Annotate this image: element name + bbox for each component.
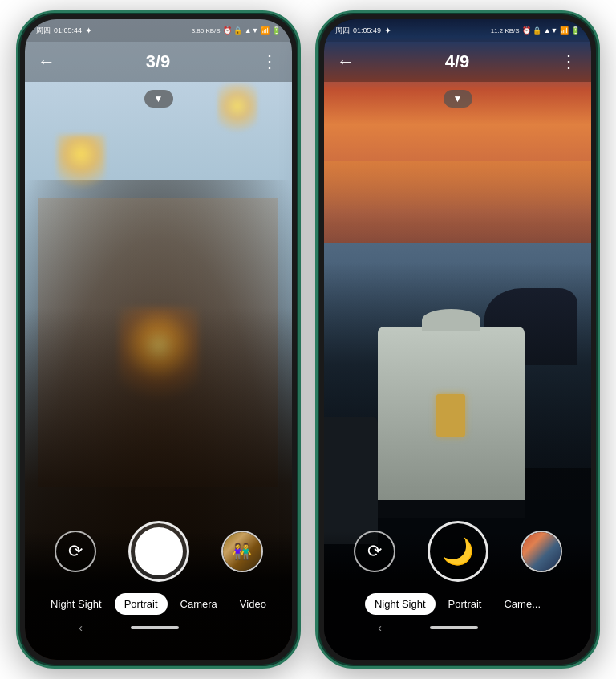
night-shutter-button[interactable]: 🌙 [428,521,488,582]
nav-back-gesture-left: ‹ [79,621,83,634]
tab-camera-right[interactable]: Came... [494,593,550,615]
chevron-button-right[interactable]: ▼ [444,90,472,108]
top-nav-left: ← 3/9 ⋮ [25,42,292,82]
status-day: 周四 [36,26,51,36]
status-battery: 🔋 [272,26,281,35]
phone-left-screen: 周四 01:05:44 ✦ 3.86 KB/S ⏰ 🔒 ▲▼ 📶 🔋 ← 3/9… [25,19,292,660]
status-right-right: 11.2 KB/S ⏰ 🔒 ▲▼ 📶 🔋 [491,26,580,35]
back-button-left[interactable]: ← [38,51,55,72]
status-icons: ⏰ 🔒 ▲▼ 📶 [223,26,270,35]
nav-bar-right: ‹ [378,618,537,637]
status-day-right: 周四 [335,26,350,36]
home-indicator-left [131,626,179,629]
tab-portrait-right[interactable]: Portrait [439,593,492,615]
white-building [378,327,525,518]
phone-right-shell: 周四 01:05:49 ✦ 11.2 KB/S ⏰ 🔒 ▲▼ 📶 🔋 ← 4/9… [315,10,600,669]
status-bar-left: 周四 01:05:44 ✦ 3.86 KB/S ⏰ 🔒 ▲▼ 📶 🔋 [25,19,292,42]
building-window [436,394,466,437]
shutter-row-right: ⟳ 🌙 [324,521,591,582]
camera-controls-left: ⟳ 👫 Night Sight Portrait Camera [25,531,292,660]
status-icon-star: ✦ [85,26,92,36]
status-time: 01:05:44 [54,26,82,35]
status-icons-right: ⏰ 🔒 ▲▼ 📶 [522,26,569,35]
photo-counter-right: 4/9 [445,51,470,72]
home-indicator-right [430,626,478,629]
nav-back-gesture-right: ‹ [378,621,382,634]
status-signal-right: 11.2 KB/S [491,27,520,35]
tab-video-left[interactable]: Video [230,593,276,615]
shutter-row-left: ⟳ 👫 [25,521,292,582]
phone-right: 周四 01:05:49 ✦ 11.2 KB/S ⏰ 🔒 ▲▼ 📶 🔋 ← 4/9… [315,10,600,669]
chevron-button-left[interactable]: ▼ [144,90,173,108]
shutter-inner-left [135,527,183,575]
rotate-icon-right: ⟳ [367,541,382,562]
mode-tabs-right: Night Sight Portrait Came... [365,593,550,615]
photo-counter-left: 3/9 [146,51,171,72]
sparkle-1 [57,135,105,199]
mode-tabs-left: Night Sight Portrait Camera Video [41,593,276,615]
back-button-right[interactable]: ← [337,51,355,72]
thumbnail-img-left: 👫 [223,532,261,571]
status-bar-right: 周四 01:05:49 ✦ 11.2 KB/S ⏰ 🔒 ▲▼ 📶 🔋 [324,19,591,42]
tab-night-sight-left[interactable]: Night Sight [41,593,111,615]
status-signal-text: 3.86 KB/S [192,27,221,35]
thumbnail-emoji-left: 👫 [232,542,252,561]
rotate-button-right[interactable]: ⟳ [354,531,395,572]
status-icon-star-right: ✦ [384,26,391,36]
moon-icon: 🌙 [442,536,474,567]
sparkle-2 [217,83,257,140]
tab-camera-left[interactable]: Camera [171,593,227,615]
status-battery-right: 🔋 [571,26,580,35]
more-button-left[interactable]: ⋮ [261,51,279,72]
thumbnail-img-right [522,532,561,571]
status-time-right: 01:05:49 [353,26,381,35]
phone-right-screen: 周四 01:05:49 ✦ 11.2 KB/S ⏰ 🔒 ▲▼ 📶 🔋 ← 4/9… [324,19,591,660]
nav-bar-left: ‹ [79,618,238,637]
rotate-icon-left: ⟳ [68,541,83,562]
status-left: 周四 01:05:44 ✦ [36,26,92,36]
status-left-right: 周四 01:05:49 ✦ [335,26,391,36]
more-button-right[interactable]: ⋮ [560,51,578,72]
rotate-button-left[interactable]: ⟳ [55,531,96,572]
thumbnail-right[interactable] [521,531,562,572]
thumbnail-left[interactable]: 👫 [221,531,263,572]
phone-left: 周四 01:05:44 ✦ 3.86 KB/S ⏰ 🔒 ▲▼ 📶 🔋 ← 3/9… [16,10,301,669]
status-right: 3.86 KB/S ⏰ 🔒 ▲▼ 📶 🔋 [192,26,281,35]
shutter-button-left[interactable] [128,521,189,582]
phone-left-shell: 周四 01:05:44 ✦ 3.86 KB/S ⏰ 🔒 ▲▼ 📶 🔋 ← 3/9… [16,10,301,669]
top-nav-right: ← 4/9 ⋮ [324,42,591,82]
tab-portrait-left[interactable]: Portrait [115,593,168,615]
building-dome [422,309,480,331]
chevron-icon-left: ▼ [154,93,164,104]
camera-controls-right: ⟳ 🌙 Night Sight Portrait Came... [324,531,591,660]
tab-night-sight-right[interactable]: Night Sight [365,593,436,615]
chevron-icon-right: ▼ [453,93,463,104]
